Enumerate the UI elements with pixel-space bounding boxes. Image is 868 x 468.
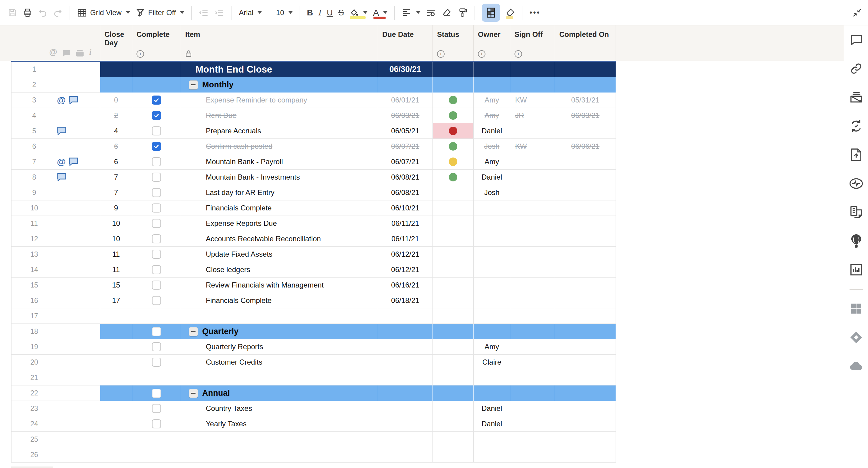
cell-completed-on[interactable]: 06/06/21 xyxy=(555,139,616,154)
cell-completed-on[interactable] xyxy=(555,154,616,170)
cell-close-day[interactable] xyxy=(100,77,132,93)
checkbox-unchecked[interactable] xyxy=(152,265,161,274)
cell-due-date[interactable]: 06/12/21 xyxy=(378,262,433,277)
info-icon[interactable]: i xyxy=(515,50,522,58)
cell-close-day[interactable]: 10 xyxy=(100,231,132,247)
format-painter-button[interactable] xyxy=(457,7,468,18)
cell-completed-on[interactable] xyxy=(555,277,616,293)
cell-owner[interactable]: Amy xyxy=(474,93,510,108)
cell-close-day[interactable] xyxy=(100,416,132,432)
cloud-button[interactable] xyxy=(844,352,868,381)
cell-sign-off[interactable] xyxy=(510,432,555,447)
cell-complete[interactable] xyxy=(132,200,181,216)
cell-completed-on[interactable] xyxy=(555,324,616,339)
row-number-cell[interactable]: 20 xyxy=(11,355,100,370)
cell-item[interactable]: Financials Complete xyxy=(181,293,378,308)
cell-close-day[interactable] xyxy=(100,355,132,370)
row-number-cell[interactable]: 22 xyxy=(11,386,100,401)
cell-completed-on[interactable] xyxy=(555,185,616,200)
cell-sign-off[interactable] xyxy=(510,62,555,77)
checkbox-unchecked[interactable] xyxy=(152,203,161,212)
cell-complete[interactable] xyxy=(132,355,181,370)
cell-close-day[interactable]: 4 xyxy=(100,123,132,139)
cell-completed-on[interactable] xyxy=(555,339,616,355)
cell-sign-off[interactable] xyxy=(510,262,555,277)
cell-due-date[interactable]: 06/07/21 xyxy=(378,154,433,170)
cell-status[interactable] xyxy=(433,247,474,262)
collapse-toggle[interactable] xyxy=(189,80,198,90)
cell-due-date[interactable] xyxy=(378,386,433,401)
cell-formatting-button[interactable] xyxy=(482,4,500,22)
cell-due-date[interactable] xyxy=(378,77,433,93)
cell-item[interactable]: Annual xyxy=(181,386,378,401)
cell-close-day[interactable]: 9 xyxy=(100,200,132,216)
cell-item[interactable]: Mountain Bank - Investments xyxy=(181,170,378,185)
cell-status[interactable] xyxy=(433,401,474,416)
row-number-cell[interactable]: 6 xyxy=(11,139,100,154)
cell-status[interactable] xyxy=(433,108,474,123)
cell-status[interactable] xyxy=(433,200,474,216)
cell-item[interactable]: Expense Reminder to company xyxy=(181,93,378,108)
cell-completed-on[interactable] xyxy=(555,432,616,447)
row-number-cell[interactable]: 21 xyxy=(11,370,100,386)
cell-sign-off[interactable] xyxy=(510,277,555,293)
cell-sign-off[interactable] xyxy=(510,123,555,139)
cell-complete[interactable] xyxy=(132,370,181,386)
cell-item[interactable]: Last day for AR Entry xyxy=(181,185,378,200)
cell-status[interactable] xyxy=(433,62,474,77)
row-number-cell[interactable]: 4 xyxy=(11,108,100,123)
row-number-cell[interactable]: 15 xyxy=(11,277,100,293)
row-number-cell[interactable]: 14 xyxy=(11,262,100,277)
cell-due-date[interactable] xyxy=(378,401,433,416)
cell-complete[interactable] xyxy=(132,308,181,324)
row-number-cell[interactable]: 5 xyxy=(11,123,100,139)
cell-completed-on[interactable] xyxy=(555,401,616,416)
cell-sign-off[interactable] xyxy=(510,401,555,416)
cell-status[interactable] xyxy=(433,93,474,108)
cell-owner[interactable] xyxy=(474,447,510,463)
cell-close-day[interactable] xyxy=(100,62,132,77)
checkbox-checked[interactable] xyxy=(152,142,161,151)
clear-formatting-button[interactable] xyxy=(441,7,452,18)
cell-close-day[interactable] xyxy=(100,447,132,463)
cell-status[interactable] xyxy=(433,308,474,324)
cell-complete[interactable] xyxy=(132,416,181,432)
cell-owner[interactable] xyxy=(474,324,510,339)
row-number-cell[interactable]: 23 xyxy=(11,401,100,416)
cell-owner[interactable] xyxy=(474,432,510,447)
collapse-toggle[interactable] xyxy=(189,327,198,336)
cell-due-date[interactable] xyxy=(378,355,433,370)
cell-completed-on[interactable] xyxy=(555,200,616,216)
info-icon[interactable]: i xyxy=(478,50,486,58)
cell-complete[interactable] xyxy=(132,277,181,293)
charts-button[interactable] xyxy=(844,256,868,285)
cell-due-date[interactable]: 06/10/21 xyxy=(378,200,433,216)
update-requests-button[interactable] xyxy=(844,112,868,141)
align-button[interactable] xyxy=(402,7,421,18)
cell-owner[interactable] xyxy=(474,216,510,231)
wrap-text-button[interactable] xyxy=(426,7,436,18)
cell-item[interactable]: Review Financials with Management xyxy=(181,277,378,293)
cell-complete[interactable] xyxy=(132,62,181,77)
cell-status[interactable] xyxy=(433,77,474,93)
cell-close-day[interactable] xyxy=(100,401,132,416)
cell-complete[interactable] xyxy=(132,77,181,93)
cell-item[interactable]: Prepare Accruals xyxy=(181,123,378,139)
info-icon[interactable]: i xyxy=(437,50,444,58)
cell-item[interactable]: Customer Credits xyxy=(181,355,378,370)
cell-owner[interactable] xyxy=(474,262,510,277)
cell-close-day[interactable]: 15 xyxy=(100,277,132,293)
cell-complete[interactable] xyxy=(132,185,181,200)
cell-close-day[interactable] xyxy=(100,308,132,324)
cell-item[interactable]: Yearly Taxes xyxy=(181,416,378,432)
summary-button[interactable] xyxy=(844,198,868,227)
cell-due-date[interactable]: 06/16/21 xyxy=(378,277,433,293)
cell-due-date[interactable] xyxy=(378,308,433,324)
cell-status[interactable] xyxy=(433,324,474,339)
cell-complete[interactable] xyxy=(132,339,181,355)
underline-button[interactable]: U xyxy=(327,8,333,18)
checkbox-unchecked[interactable] xyxy=(152,358,161,367)
cell-completed-on[interactable] xyxy=(555,386,616,401)
cell-due-date[interactable]: 06/03/21 xyxy=(378,108,433,123)
column-header-close_day[interactable]: Close Day xyxy=(100,25,132,61)
